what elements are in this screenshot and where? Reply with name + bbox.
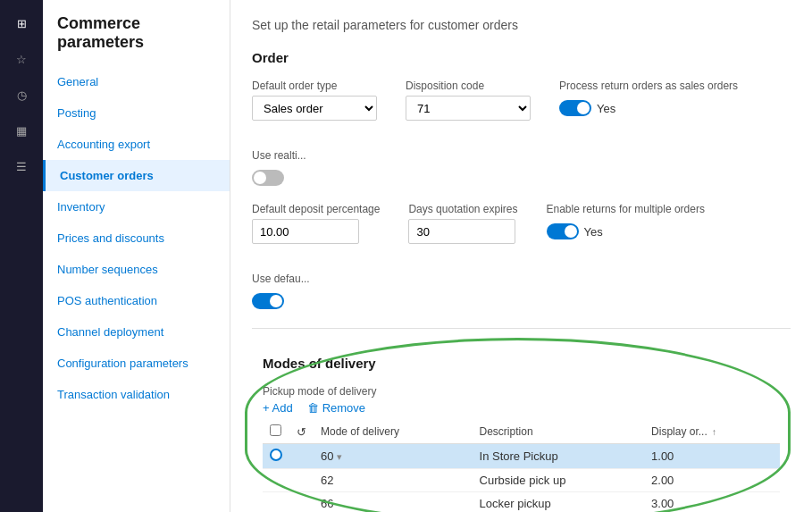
enable-returns-group: Enable returns for multiple orders Yes: [547, 203, 705, 244]
sidebar: Commerce parameters General Posting Acco…: [43, 0, 230, 512]
col-refresh: ↺: [289, 420, 314, 444]
default-order-type-group: Default order type Sales order Purchase …: [252, 80, 377, 121]
col-description: Description: [473, 420, 645, 444]
sidebar-item-channel-deployment[interactable]: Channel deployment: [43, 316, 230, 348]
enable-returns-toggle[interactable]: [547, 223, 579, 239]
process-return-yes: Yes: [597, 102, 615, 115]
row-select-cell[interactable]: [263, 469, 289, 492]
sidebar-item-configuration-parameters[interactable]: Configuration parameters: [43, 348, 230, 379]
select-all-checkbox[interactable]: [270, 424, 281, 436]
pickup-label: Pickup mode of delivery: [263, 385, 780, 398]
action-bar: + Add 🗑 Remove: [263, 401, 780, 415]
disposition-code-label: Disposition code: [406, 80, 531, 92]
use-realtime-group: Use realti...: [252, 149, 306, 190]
sidebar-item-number-sequences[interactable]: Number sequences: [43, 254, 230, 285]
disposition-code-group: Disposition code 71 72: [406, 80, 531, 121]
days-quotation-input[interactable]: [408, 219, 515, 244]
days-quotation-label: Days quotation expires: [408, 203, 517, 215]
default-deposit-label: Default deposit percentage: [252, 203, 380, 215]
row-edit-cell: [289, 444, 314, 469]
sidebar-title: Commerce parameters: [43, 14, 230, 66]
sidebar-item-customer-orders[interactable]: Customer orders: [43, 160, 230, 191]
order-section-title: Order: [252, 50, 791, 65]
row-display-order-cell: 1.00: [644, 444, 780, 469]
main-content: Set up the retail parameters for custome…: [230, 0, 812, 512]
row-description-cell: Locker pickup: [473, 492, 645, 513]
sidebar-item-inventory[interactable]: Inventory: [43, 191, 230, 222]
nav-icon-menu[interactable]: ☰: [4, 150, 39, 182]
use-default-label: Use defau...: [252, 273, 310, 285]
nav-icon-home[interactable]: ⊞: [4, 7, 39, 39]
row-mode-cell: 66: [314, 492, 473, 513]
row-mode-cell: 60 ▾: [314, 444, 473, 469]
row-radio[interactable]: [270, 449, 282, 461]
row-display-order-cell: 3.00: [644, 492, 780, 513]
use-realtime-label: Use realti...: [252, 149, 306, 162]
delivery-section: Modes of delivery Pickup mode of deliver…: [252, 347, 791, 512]
trash-icon: 🗑: [307, 401, 319, 415]
table-row[interactable]: 60 ▾ In Store Pickup 1.00: [263, 444, 780, 469]
default-deposit-input[interactable]: [252, 219, 359, 244]
col-display-order: Display or... ↑: [644, 420, 780, 444]
nav-icon-grid[interactable]: ▦: [4, 114, 39, 147]
sidebar-item-transaction-validation[interactable]: Transaction validation: [43, 379, 230, 410]
order-form-row-1: Default order type Sales order Purchase …: [252, 80, 791, 190]
nav-icon-star[interactable]: ☆: [4, 43, 39, 75]
delivery-section-title: Modes of delivery: [263, 356, 780, 371]
sidebar-item-accounting-export[interactable]: Accounting export: [43, 129, 230, 160]
table-header-row: ↺ Mode of delivery Description Display o…: [263, 420, 780, 444]
process-return-toggle[interactable]: [559, 100, 591, 116]
sidebar-item-general[interactable]: General: [43, 66, 230, 97]
section-divider: [252, 328, 791, 329]
row-select-cell[interactable]: [263, 492, 289, 513]
default-order-type-label: Default order type: [252, 80, 377, 92]
use-default-toggle[interactable]: [252, 293, 284, 309]
col-select: [263, 420, 289, 444]
row-edit-cell: [289, 469, 314, 492]
sidebar-item-pos-authentication[interactable]: POS authentication: [43, 285, 230, 316]
icon-nav: ⊞ ☆ ◷ ▦ ☰: [0, 0, 43, 512]
remove-button[interactable]: 🗑 Remove: [307, 401, 365, 415]
disposition-code-select[interactable]: 71 72: [406, 96, 531, 121]
row-description-cell: In Store Pickup: [473, 444, 645, 469]
default-deposit-group: Default deposit percentage: [252, 203, 380, 244]
default-order-type-select[interactable]: Sales order Purchase order: [252, 96, 377, 121]
row-display-order-cell: 2.00: [644, 469, 780, 492]
page-subtitle: Set up the retail parameters for custome…: [252, 18, 791, 32]
use-default-group: Use defau...: [252, 273, 310, 314]
table-row[interactable]: 62 Curbside pick up 2.00: [263, 469, 780, 492]
table-row[interactable]: 66 Locker pickup 3.00: [263, 492, 780, 513]
use-realtime-toggle[interactable]: [252, 170, 284, 186]
enable-returns-yes: Yes: [584, 225, 603, 239]
col-mode: Mode of delivery: [314, 420, 473, 444]
add-button[interactable]: + Add: [263, 401, 293, 415]
enable-returns-label: Enable returns for multiple orders: [547, 203, 705, 215]
sidebar-item-prices-discounts[interactable]: Prices and discounts: [43, 222, 230, 254]
row-edit-cell: [289, 492, 314, 513]
nav-icon-recent[interactable]: ◷: [4, 79, 39, 111]
process-return-group: Process return orders as sales orders Ye…: [559, 80, 738, 121]
order-form-row-2: Default deposit percentage Days quotatio…: [252, 203, 791, 314]
row-select-cell[interactable]: [263, 444, 289, 469]
refresh-icon: ↺: [297, 425, 306, 439]
sidebar-item-posting[interactable]: Posting: [43, 97, 230, 129]
delivery-table: ↺ Mode of delivery Description Display o…: [263, 420, 780, 512]
row-mode-cell: 62: [314, 469, 473, 492]
process-return-label: Process return orders as sales orders: [559, 80, 738, 92]
row-description-cell: Curbside pick up: [473, 469, 645, 492]
days-quotation-group: Days quotation expires: [408, 203, 517, 244]
